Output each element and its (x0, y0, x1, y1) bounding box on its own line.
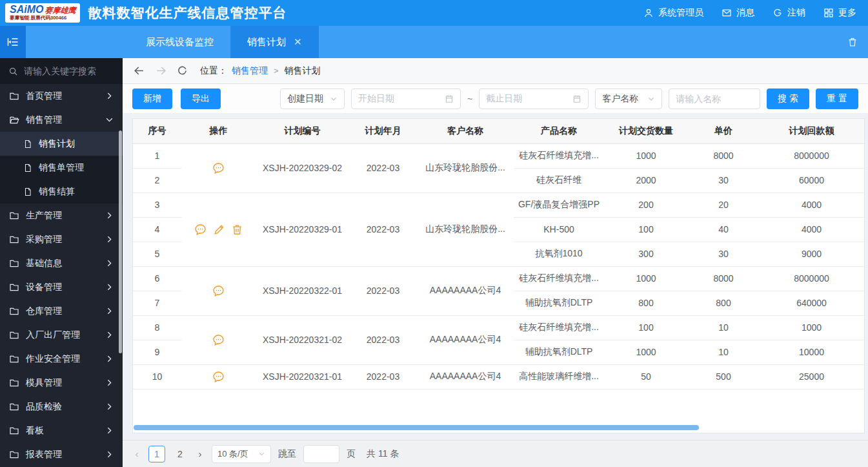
sidebar-item-label: 报表管理 (26, 449, 99, 461)
nav-back-icon[interactable] (133, 65, 145, 77)
sidebar-item[interactable]: 设备管理 (0, 275, 123, 299)
sidebar-item[interactable]: 销售管理 (0, 108, 123, 132)
filter-field-value: 客户名称 (602, 93, 638, 105)
sidebar-subitem[interactable]: 销售计划 (0, 132, 123, 156)
cell-qty: 50 (604, 364, 688, 389)
delete-op-icon[interactable] (231, 223, 243, 236)
cell-plan-no: XSJH-20220321-01 (256, 364, 349, 389)
sales-plan-table: 序号操作计划编号计划年月客户名称产品名称计划交货数量单价计划回款额 1XSJH-… (133, 119, 864, 389)
cell-amount: 4000 (759, 192, 864, 217)
cell-qty: 1000 (604, 340, 688, 364)
end-date-input[interactable]: 截止日期 (479, 88, 589, 109)
page-size-select[interactable]: 10 条/页 (212, 445, 271, 463)
cell-product: 高性能玻璃纤维增... (514, 364, 604, 389)
cell-price: 30 (688, 168, 759, 192)
cell-serial: 6 (133, 266, 181, 291)
cell-price: 8000 (688, 266, 759, 291)
user-menu[interactable]: 系统管理员 (643, 7, 703, 19)
comment-op-icon[interactable] (212, 333, 225, 347)
sidebar-item[interactable]: 首页管理 (0, 84, 123, 108)
nav-forward-icon[interactable] (155, 65, 167, 77)
tab-device-monitor[interactable]: 展示线设备监控 (129, 26, 230, 58)
reset-button[interactable]: 重 置 (816, 88, 858, 109)
column-header: 计划编号 (256, 119, 349, 143)
sidebar-item-label: 仓库管理 (26, 306, 99, 317)
close-all-tabs-button[interactable] (847, 26, 868, 58)
chevron-right-icon (105, 259, 114, 267)
sidebar-item[interactable]: 入厂出厂管理 (0, 323, 123, 347)
refresh-icon[interactable] (177, 65, 188, 76)
tab-label: 展示线设备监控 (146, 36, 214, 48)
folder-icon (9, 306, 19, 317)
cell-amount: 4000 (759, 217, 864, 242)
sidebar-item[interactable]: 报表管理 (0, 442, 123, 466)
add-button[interactable]: 新增 (132, 88, 172, 109)
breadcrumb-parent-link[interactable]: 销售管理 (232, 65, 268, 77)
edit-op-icon[interactable] (213, 223, 225, 236)
main-panel: 位置： 销售管理 > 销售计划 新增 导出 创建日期 开始日期 (123, 58, 868, 467)
sidebar-item[interactable]: 仓库管理 (0, 299, 123, 323)
table-row: 6XSJH-20220322-012022-03AAAAAAAA公司4硅灰石纤维… (133, 266, 864, 291)
folder-open-icon (9, 115, 19, 125)
sidebar-item-label: 销售管理 (26, 114, 99, 126)
sidebar-item[interactable]: 基础信息 (0, 251, 123, 275)
chevron-down-icon (330, 95, 338, 103)
more-button[interactable]: 更多 (823, 7, 856, 19)
search-button[interactable]: 搜 索 (767, 88, 809, 109)
cell-plan-no: XSJH-20220322-01 (256, 266, 349, 315)
cell-amount: 60000 (759, 168, 864, 192)
sidebar-item[interactable]: 采购管理 (0, 227, 123, 251)
page-number-button[interactable]: 1 (148, 446, 165, 462)
next-page-button[interactable]: › (196, 448, 205, 459)
sidebar-subitem[interactable]: 销售结算 (0, 180, 123, 203)
cell-serial: 4 (133, 217, 181, 242)
table-body: 1XSJH-20220329-022022-03山东玲珑轮胎股份...硅灰石纤维… (133, 143, 864, 389)
file-icon (23, 187, 32, 196)
column-header: 操作 (181, 119, 256, 143)
sidebar-item[interactable]: 作业安全管理 (0, 347, 123, 371)
prev-page-button[interactable]: ‹ (132, 448, 141, 459)
header-actions: 系统管理员 消息 注销 更多 (643, 7, 856, 19)
sidebar-item[interactable]: 品质检验 (0, 395, 123, 419)
folder-icon (9, 402, 19, 412)
cell-plan-month: 2022-03 (349, 364, 417, 389)
cell-product: GF/液晶复合增强PP (514, 192, 604, 217)
tab-sales-plan[interactable]: 销售计划 ✕ (230, 26, 319, 58)
sidebar-item[interactable]: 生产管理 (0, 203, 123, 227)
comment-op-icon[interactable] (212, 370, 225, 384)
cell-qty: 800 (604, 291, 688, 315)
comment-op-icon[interactable] (194, 223, 207, 236)
chevron-down-icon (647, 95, 655, 103)
filter-field-select[interactable]: 客户名称 (595, 88, 662, 109)
messages-button[interactable]: 消息 (722, 7, 754, 19)
sidebar-item[interactable]: 看板 (0, 419, 123, 442)
messages-label: 消息 (736, 7, 754, 19)
start-date-input[interactable]: 开始日期 (351, 88, 461, 109)
breadcrumb-label: 位置： (200, 65, 227, 77)
table-row: 1XSJH-20220329-022022-03山东玲珑轮胎股份...硅灰石纤维… (133, 143, 864, 168)
cell-plan-month: 2022-03 (349, 315, 417, 364)
sidebar-search-input[interactable] (24, 66, 114, 76)
cell-operations (181, 192, 256, 266)
name-search-input[interactable] (669, 88, 760, 109)
export-button[interactable]: 导出 (181, 88, 221, 109)
sidebar-item[interactable]: 模具管理 (0, 371, 123, 395)
table-row: 10XSJH-20220321-012022-03AAAAAAAA公司4高性能玻… (133, 364, 864, 389)
sidebar-collapse-button[interactable] (0, 26, 26, 58)
page-number-button[interactable]: 2 (172, 446, 188, 462)
cell-customer: 山东玲珑轮胎股份... (417, 143, 514, 192)
user-icon (643, 8, 654, 18)
comment-op-icon[interactable] (212, 161, 225, 175)
breadcrumb-bar: 位置： 销售管理 > 销售计划 (123, 58, 868, 84)
horizontal-scrollbar[interactable] (134, 425, 699, 430)
sidebar-search[interactable] (0, 58, 123, 84)
date-type-select[interactable]: 创建日期 (280, 88, 345, 109)
cell-product: KH-500 (514, 217, 604, 242)
sidebar-scrollbar[interactable] (119, 130, 122, 353)
brand-subtitle: 赛摩智能 股票代码300466 (10, 16, 72, 21)
jump-page-input[interactable] (303, 445, 339, 463)
sidebar-subitem[interactable]: 销售单管理 (0, 156, 123, 180)
tab-close-icon[interactable]: ✕ (294, 36, 302, 48)
comment-op-icon[interactable] (212, 284, 225, 298)
logout-button[interactable]: 注销 (772, 7, 805, 19)
